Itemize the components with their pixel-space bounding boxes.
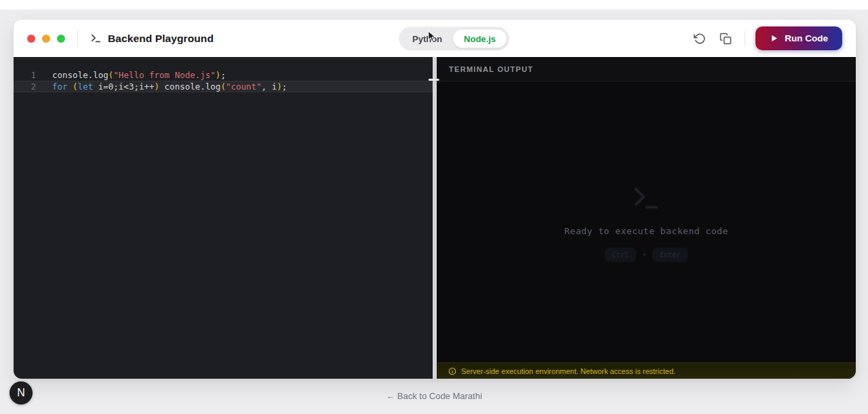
terminal-icon (631, 183, 662, 217)
line-number: 1 (14, 69, 36, 81)
kbd-enter: Enter (652, 248, 688, 262)
header-divider (745, 31, 745, 46)
window-header: Backend Playground Python Node.js (14, 20, 856, 57)
nextjs-badge-letter: N (17, 387, 25, 399)
header-actions: Run Code (691, 26, 842, 50)
main-split: 1console.log("Hello from Node.js");2for … (14, 57, 856, 379)
resize-grip-icon (429, 79, 439, 81)
panel-resize-handle[interactable] (433, 57, 437, 379)
playground-window: Backend Playground Python Node.js (14, 20, 856, 379)
code-text: console.log("Hello from Node.js"); (52, 69, 226, 81)
sandbox-notice-bar: Server-side execution environment. Netwo… (437, 362, 856, 379)
reset-button[interactable] (691, 30, 709, 48)
terminal-header-label: TERMINAL OUTPUT (449, 65, 533, 73)
maximize-window-dot-icon[interactable] (57, 35, 65, 43)
minimize-window-dot-icon[interactable] (42, 35, 50, 43)
kbd-plus-sign: + (642, 250, 647, 259)
page-title: Backend Playground (108, 33, 214, 45)
info-icon (448, 367, 456, 375)
terminal-prompt-icon (90, 33, 102, 44)
line-number: 2 (14, 81, 36, 92)
run-shortcut-hint: Ctrl + Enter (605, 248, 688, 262)
nextjs-badge-icon[interactable]: N (9, 381, 33, 404)
terminal-empty-message: Ready to execute backend code (564, 226, 728, 236)
play-icon (770, 34, 778, 43)
header-divider (77, 31, 78, 47)
back-link[interactable]: ← Back to Code Marathi (0, 391, 868, 401)
code-text: for (let i=0;i<3;i++) console.log("count… (52, 81, 287, 92)
terminal-panel: TERMINAL OUTPUT Ready to execute backend… (437, 57, 856, 379)
terminal-header: TERMINAL OUTPUT (437, 57, 856, 81)
rotate-ccw-icon (694, 33, 706, 45)
code-line[interactable]: 2for (let i=0;i<3;i++) console.log("coun… (14, 81, 433, 92)
kbd-ctrl: Ctrl (605, 248, 636, 262)
tab-nodejs[interactable]: Node.js (453, 29, 507, 48)
window-controls (27, 35, 65, 43)
code-lines: 1console.log("Hello from Node.js");2for … (14, 69, 433, 92)
language-tab-group: Python Node.js (399, 26, 509, 50)
copy-code-button[interactable] (717, 30, 734, 48)
close-window-dot-icon[interactable] (27, 35, 35, 43)
copy-icon (719, 33, 732, 45)
code-line[interactable]: 1console.log("Hello from Node.js"); (14, 69, 433, 81)
page-top-strip (0, 0, 868, 10)
run-code-button[interactable]: Run Code (755, 26, 842, 50)
sandbox-notice-text: Server-side execution environment. Netwo… (461, 367, 675, 375)
code-editor[interactable]: 1console.log("Hello from Node.js");2for … (14, 57, 433, 379)
terminal-output-area: Ready to execute backend code Ctrl + Ent… (437, 81, 856, 362)
run-code-label: Run Code (785, 33, 828, 43)
tab-python[interactable]: Python (401, 29, 453, 48)
